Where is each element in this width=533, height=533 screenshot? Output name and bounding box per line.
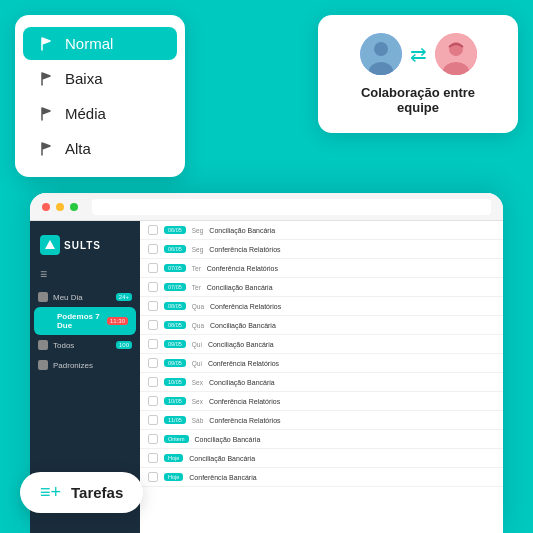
task-name: Conciliação Bancária: [207, 284, 495, 291]
flag-icon: [39, 71, 55, 87]
avatar-female: [435, 33, 477, 75]
task-date: 06/05: [164, 245, 186, 253]
tasks-label: Tarefas: [71, 484, 123, 501]
sidebar-label: Meu Dia: [53, 293, 111, 302]
sidebar-item-meu-dia[interactable]: Meu Dia 24+: [30, 287, 140, 307]
sidebar-item-podemos[interactable]: Podemos 7 Due 11:30: [34, 307, 136, 335]
flag-icon: [39, 141, 55, 157]
priority-dropdown: Normal Baixa Média Alta: [15, 15, 185, 177]
sidebar-item-padronizes[interactable]: Padronizes: [30, 355, 140, 375]
flag-icon: [39, 36, 55, 52]
task-name: Conferência Relatórios: [207, 265, 495, 272]
task-date: Ontem: [164, 435, 189, 443]
task-row[interactable]: 10/05 Sex Conferência Relatórios: [140, 392, 503, 411]
svg-marker-6: [45, 240, 55, 249]
priority-label: Média: [65, 105, 106, 122]
sidebar-icon: [38, 292, 48, 302]
collab-avatars: ⇄: [360, 33, 477, 75]
task-checkbox[interactable]: [148, 453, 158, 463]
sidebar-label: Podemos 7 Due: [57, 312, 102, 330]
task-date: 08/05: [164, 321, 186, 329]
task-name: Conciliação Bancária: [195, 436, 495, 443]
task-date: 06/05: [164, 226, 186, 234]
task-row[interactable]: 08/05 Qua Conciliação Bancária: [140, 316, 503, 335]
task-row[interactable]: Hoje Conciliação Bancária: [140, 449, 503, 468]
task-day: Sex: [192, 379, 203, 386]
priority-label: Baixa: [65, 70, 103, 87]
svg-point-1: [374, 42, 388, 56]
sidebar-item-todos[interactable]: Todos 100: [30, 335, 140, 355]
priority-label: Normal: [65, 35, 113, 52]
task-day: Ter: [192, 265, 201, 272]
priority-item-normal[interactable]: Normal: [23, 27, 177, 60]
task-checkbox[interactable]: [148, 244, 158, 254]
task-checkbox[interactable]: [148, 358, 158, 368]
task-day: Seg: [192, 227, 204, 234]
priority-item-baixa[interactable]: Baixa: [23, 62, 177, 95]
task-name: Conciliação Bancária: [209, 227, 495, 234]
task-checkbox[interactable]: [148, 415, 158, 425]
task-day: Seg: [192, 246, 204, 253]
task-name: Conferência Relatórios: [209, 246, 495, 253]
task-row[interactable]: Ontem Conciliação Bancária: [140, 430, 503, 449]
hamburger-icon[interactable]: ≡: [30, 265, 140, 287]
task-date: Hoje: [164, 454, 183, 462]
task-checkbox[interactable]: [148, 377, 158, 387]
task-checkbox[interactable]: [148, 282, 158, 292]
task-checkbox[interactable]: [148, 434, 158, 444]
task-name: Conferência Relatórios: [209, 417, 495, 424]
task-date: 09/05: [164, 359, 186, 367]
task-name: Conciliação Bancária: [209, 379, 495, 386]
close-dot: [42, 203, 50, 211]
task-row[interactable]: 06/05 Seg Conciliação Bancária: [140, 221, 503, 240]
sidebar-icon: [38, 340, 48, 350]
task-name: Conciliação Bancária: [210, 322, 495, 329]
task-date: 10/05: [164, 378, 186, 386]
task-row[interactable]: 06/05 Seg Conferência Relatórios: [140, 240, 503, 259]
priority-item-media[interactable]: Média: [23, 97, 177, 130]
task-name: Conferência Relatórios: [209, 398, 495, 405]
task-row[interactable]: Hoje Conferência Bancária: [140, 468, 503, 487]
priority-label: Alta: [65, 140, 91, 157]
priority-item-alta[interactable]: Alta: [23, 132, 177, 165]
task-checkbox[interactable]: [148, 320, 158, 330]
task-row[interactable]: 09/05 Qui Conciliação Bancária: [140, 335, 503, 354]
task-date: 09/05: [164, 340, 186, 348]
logo-text: SULTS: [64, 240, 101, 251]
logo-icon: [40, 235, 60, 255]
sidebar-icon: [42, 316, 52, 326]
task-list[interactable]: 06/05 Seg Conciliação Bancária 06/05 Seg…: [140, 221, 503, 533]
task-day: Sáb: [192, 417, 204, 424]
task-row[interactable]: 07/05 Ter Conferência Relatórios: [140, 259, 503, 278]
collab-card: ⇄ Colaboração entre equipe: [318, 15, 518, 133]
task-day: Ter: [192, 284, 201, 291]
url-bar: [92, 199, 491, 215]
sidebar-badge: 100: [116, 341, 132, 349]
task-date: 10/05: [164, 397, 186, 405]
task-name: Conferência Bancária: [189, 474, 495, 481]
task-checkbox[interactable]: [148, 301, 158, 311]
task-day: Qua: [192, 303, 204, 310]
tasks-icon: ≡+: [40, 482, 61, 503]
task-date: 07/05: [164, 264, 186, 272]
window-chrome: [30, 193, 503, 221]
task-row[interactable]: 11/05 Sáb Conferência Relatórios: [140, 411, 503, 430]
task-day: Qua: [192, 322, 204, 329]
task-checkbox[interactable]: [148, 263, 158, 273]
sidebar-badge: 11:30: [107, 317, 128, 325]
task-row[interactable]: 09/05 Qui Conferência Relatórios: [140, 354, 503, 373]
task-checkbox[interactable]: [148, 225, 158, 235]
task-day: Sex: [192, 398, 203, 405]
task-checkbox[interactable]: [148, 472, 158, 482]
task-name: Conciliação Bancária: [189, 455, 495, 462]
task-row[interactable]: 08/05 Qua Conferência Relatórios: [140, 297, 503, 316]
avatar-male: [360, 33, 402, 75]
task-date: 08/05: [164, 302, 186, 310]
task-row[interactable]: 07/05 Ter Conciliação Bancária: [140, 278, 503, 297]
task-name: Conciliação Bancária: [208, 341, 495, 348]
sidebar-label: Todos: [53, 341, 111, 350]
task-checkbox[interactable]: [148, 339, 158, 349]
task-row[interactable]: 10/05 Sex Conciliação Bancária: [140, 373, 503, 392]
bottom-bar[interactable]: ≡+ Tarefas: [20, 472, 143, 513]
task-checkbox[interactable]: [148, 396, 158, 406]
